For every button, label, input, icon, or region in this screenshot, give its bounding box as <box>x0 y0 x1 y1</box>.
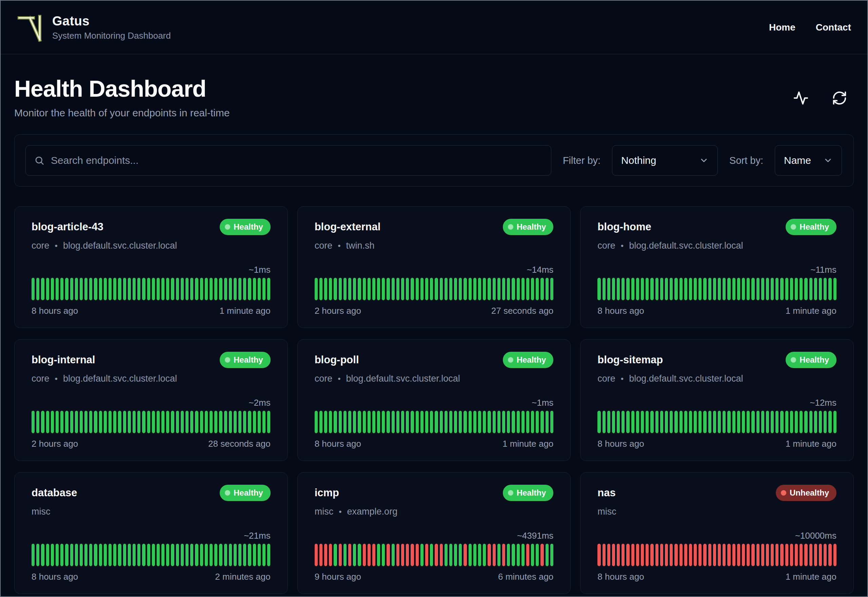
status-bar-success[interactable] <box>161 278 164 300</box>
status-bar-success[interactable] <box>425 411 428 433</box>
status-bar-failure[interactable] <box>804 544 807 566</box>
status-bar-success[interactable] <box>392 278 395 300</box>
status-bar-success[interactable] <box>118 411 121 433</box>
status-bar-failure[interactable] <box>401 544 404 566</box>
status-bar-success[interactable] <box>104 544 107 566</box>
status-bar-success[interactable] <box>603 278 606 300</box>
endpoint-card-icmp[interactable]: icmp Healthy misc • example.org ~4391ms … <box>297 472 571 594</box>
status-bar-failure[interactable] <box>636 544 639 566</box>
status-bar-success[interactable] <box>89 411 92 433</box>
status-bar-failure[interactable] <box>626 544 629 566</box>
status-bar-success[interactable] <box>258 411 261 433</box>
status-bar-success[interactable] <box>234 544 237 566</box>
status-bar-success[interactable] <box>641 278 644 300</box>
status-bar-success[interactable] <box>157 411 160 433</box>
status-bar-success[interactable] <box>761 411 764 433</box>
endpoint-card-nas[interactable]: nas Unhealthy misc ~10000ms 8 hours ago … <box>580 472 854 594</box>
status-bar-failure[interactable] <box>410 544 414 566</box>
status-bar-success[interactable] <box>41 278 44 300</box>
status-bar-success[interactable] <box>56 544 59 566</box>
status-bar-success[interactable] <box>449 544 452 566</box>
status-bar-success[interactable] <box>824 411 827 433</box>
status-bar-failure[interactable] <box>795 544 798 566</box>
status-bar-success[interactable] <box>410 278 414 300</box>
status-bar-success[interactable] <box>655 411 658 433</box>
status-bar-success[interactable] <box>607 411 610 433</box>
status-bar-success[interactable] <box>238 544 241 566</box>
status-bar-success[interactable] <box>674 411 677 433</box>
status-bar-success[interactable] <box>421 544 424 566</box>
endpoint-card-blog-external[interactable]: blog-external Healthy core • twin.sh ~14… <box>297 206 571 328</box>
status-bar-success[interactable] <box>94 411 97 433</box>
status-bar-failure[interactable] <box>339 544 342 566</box>
status-bar-success[interactable] <box>766 411 769 433</box>
status-bar-success[interactable] <box>607 278 610 300</box>
status-bar-success[interactable] <box>483 411 486 433</box>
status-bar-success[interactable] <box>84 411 87 433</box>
status-bar-success[interactable] <box>401 411 404 433</box>
status-bar-failure[interactable] <box>737 544 740 566</box>
status-bar-success[interactable] <box>597 411 600 433</box>
status-bar-success[interactable] <box>410 411 414 433</box>
status-bar-success[interactable] <box>200 544 203 566</box>
status-bar-success[interactable] <box>550 278 553 300</box>
status-bar-success[interactable] <box>157 278 160 300</box>
status-bar-success[interactable] <box>104 411 107 433</box>
status-bar-success[interactable] <box>60 278 64 300</box>
search-input[interactable] <box>25 145 551 176</box>
status-bar-failure[interactable] <box>603 544 606 566</box>
status-bar-success[interactable] <box>459 411 462 433</box>
status-bar-failure[interactable] <box>775 544 779 566</box>
status-bar-success[interactable] <box>732 411 735 433</box>
status-bar-success[interactable] <box>473 411 476 433</box>
status-bar-success[interactable] <box>507 411 510 433</box>
status-bar-failure[interactable] <box>631 544 634 566</box>
status-bar-success[interactable] <box>36 278 39 300</box>
status-bar-success[interactable] <box>214 278 217 300</box>
status-bar-success[interactable] <box>469 278 472 300</box>
status-bar-failure[interactable] <box>703 544 706 566</box>
status-bar-success[interactable] <box>176 544 179 566</box>
status-bar-success[interactable] <box>181 411 184 433</box>
status-bar-failure[interactable] <box>814 544 817 566</box>
status-bar-success[interactable] <box>238 278 241 300</box>
status-bar-failure[interactable] <box>487 544 490 566</box>
status-bar-success[interactable] <box>56 278 59 300</box>
status-bar-success[interactable] <box>128 278 131 300</box>
status-bar-success[interactable] <box>444 411 447 433</box>
status-bar-success[interactable] <box>790 411 793 433</box>
status-bar-success[interactable] <box>195 544 198 566</box>
status-bar-success[interactable] <box>536 544 539 566</box>
status-bar-success[interactable] <box>545 544 549 566</box>
status-bar-success[interactable] <box>133 544 136 566</box>
status-bar-failure[interactable] <box>612 544 615 566</box>
status-bar-success[interactable] <box>84 544 87 566</box>
status-bar-success[interactable] <box>248 544 251 566</box>
status-bar-success[interactable] <box>646 278 649 300</box>
status-bar-success[interactable] <box>229 411 232 433</box>
status-bar-success[interactable] <box>147 278 150 300</box>
status-bar-success[interactable] <box>819 411 822 433</box>
status-bar-success[interactable] <box>771 411 774 433</box>
status-bar-success[interactable] <box>262 278 265 300</box>
status-bar-success[interactable] <box>243 411 246 433</box>
status-bar-success[interactable] <box>258 278 261 300</box>
status-bar-success[interactable] <box>780 411 783 433</box>
status-bar-failure[interactable] <box>435 544 438 566</box>
status-bar-success[interactable] <box>210 544 213 566</box>
status-bar-success[interactable] <box>650 411 653 433</box>
status-bar-success[interactable] <box>636 411 639 433</box>
status-bar-success[interactable] <box>636 278 639 300</box>
status-bar-success[interactable] <box>166 544 169 566</box>
status-bar-failure[interactable] <box>828 544 831 566</box>
status-bar-success[interactable] <box>478 278 481 300</box>
status-bar-success[interactable] <box>396 278 399 300</box>
status-bar-success[interactable] <box>329 411 332 433</box>
status-bar-success[interactable] <box>795 278 798 300</box>
status-bar-success[interactable] <box>449 278 452 300</box>
status-bar-success[interactable] <box>210 278 213 300</box>
status-bar-success[interactable] <box>382 278 385 300</box>
status-bar-success[interactable] <box>108 278 111 300</box>
status-bar-success[interactable] <box>689 411 692 433</box>
status-bar-success[interactable] <box>684 278 687 300</box>
